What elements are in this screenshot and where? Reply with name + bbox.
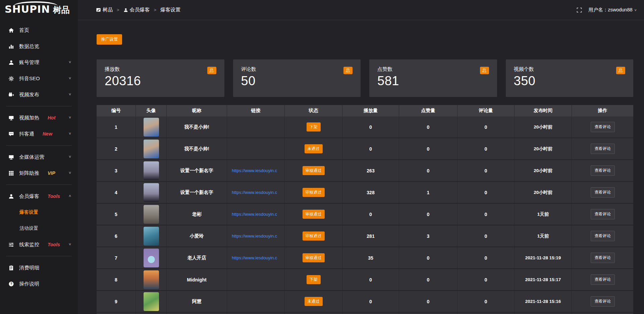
menu-divider [6,185,72,185]
table-row-partial [97,313,633,314]
action-cell: 查看评论 [572,182,633,203]
video-link[interactable]: https://www.iesdouyin.c [227,247,285,268]
fullscreen-icon[interactable] [576,7,582,13]
view-comments-button[interactable]: 查看评论 [591,274,615,285]
status-cell: 未通过 [285,291,342,312]
status-cell: 下架 [285,269,342,290]
video-link[interactable]: https://www.iesdouyin.c [227,182,285,203]
chevron-down-icon: ˅ [69,155,71,159]
view-comments-button[interactable]: 查看评论 [591,253,615,263]
row-id: 6 [97,225,136,247]
view-comments-button[interactable]: 查看评论 [591,209,615,219]
user-icon [8,60,14,65]
breadcrumb-label: 爆客设置 [160,7,180,13]
table-header-cell: 播放量 [342,105,399,116]
view-comments-button[interactable]: 查看评论 [591,231,615,241]
sidebar-item[interactable]: 矩阵助推VIP˅ [0,165,78,181]
sidebar-item[interactable]: 视频加热Hot˅ [0,110,78,126]
avatar-cell [136,182,167,203]
avatar [144,140,159,158]
chat-icon [8,131,14,137]
view-comments-button[interactable]: 查看评论 [591,296,615,307]
avatar-cell [136,204,167,225]
breadcrumb-label: 树品 [103,7,113,13]
view-comments-button[interactable]: 查看评论 [591,165,615,176]
comments-count: 0 [458,247,515,268]
comments-count [458,313,515,314]
avatar [144,118,159,137]
status-cell: 下架 [285,116,342,138]
sidebar-item[interactable]: 账号管理˅ [0,54,78,70]
sidebar-item-label: 视频加热 [19,115,39,121]
status-cell [285,313,342,314]
avatar-cell [136,291,167,312]
breadcrumb-item[interactable]: 树品 [96,7,113,13]
table-header-cell: 编号 [97,105,136,116]
user-menu[interactable]: 用户名：zswodun88 ˅ [588,7,637,13]
plays-count: 0 [342,138,399,159]
menu-badge: Hot [48,115,55,120]
video-link[interactable]: https://www.iesdouyin.c [227,204,285,225]
help-icon: ? [8,281,14,287]
sidebar-item[interactable]: 消费明细 [0,260,78,276]
sidebar-item[interactable]: 抖音SEO˅ [0,70,78,87]
stat-card: 播放数20316总 [97,59,224,97]
breadcrumb-item[interactable]: 爆客设置 [160,7,180,13]
breadcrumb-item[interactable]: 会员爆客 [123,7,150,13]
receipt-icon [8,265,14,271]
logo-arc-icon [13,1,58,6]
comments-count: 0 [458,116,515,138]
person-icon [123,8,128,12]
breadcrumb-separator: > [117,7,119,12]
sidebar-item[interactable]: 抖客通New˅ [0,126,78,142]
sidebar-item[interactable]: 视频发布˅ [0,87,78,103]
status-badge: 下架 [307,122,321,132]
publish-time: 2021-11-28 15:16 [515,291,572,312]
plays-count [342,313,399,314]
status-badge: 未通过 [305,297,323,306]
table-row: 8Midnight下架0002021-11-28 15:17查看评论 [97,269,633,291]
nickname: 设置一个新名字 [167,160,227,181]
status-cell: 审核通过 [285,225,342,247]
table-header-cell: 评论量 [458,105,515,116]
username-label: 用户名：zswodun88 [588,7,632,13]
menu-divider [6,106,72,106]
sidebar-item[interactable]: 会员爆客Tools˄ [0,188,78,204]
row-id: 3 [97,160,136,181]
plays-count: 0 [342,116,399,138]
app-logo[interactable]: SHUPIN 树品 [0,0,78,20]
member-icon [8,194,14,199]
monitor-icon [8,154,14,160]
video-link[interactable]: https://www.iesdouyin.c [227,225,285,247]
publish-time: 2021-11-28 15:19 [515,247,572,268]
sidebar-item[interactable]: 线索监控Tools˅ [0,237,78,253]
avatar [144,227,159,246]
video-link[interactable]: https://www.iesdouyin.c [227,160,285,181]
nickname: 设置一个新名字 [167,182,227,203]
plays-count: 263 [342,160,399,181]
promo-settings-button[interactable]: 推广设置 [97,34,122,45]
plays-count: 0 [342,269,399,290]
grid-icon [8,170,14,176]
row-id [97,313,136,314]
chevron-up-icon: ˄ [69,194,71,199]
sidebar-item-label: 数据总览 [19,43,39,50]
sidebar-subitem-label: 活动设置 [19,225,38,231]
view-comments-button[interactable]: 查看评论 [591,187,615,198]
sidebar-subitem[interactable]: 活动设置 [0,220,78,237]
sidebar-subitem[interactable]: 爆客设置 [0,204,78,220]
sidebar-item[interactable]: 首页 [0,22,78,38]
comments-count: 0 [458,182,515,203]
stat-card-title: 点赞数 [377,66,489,72]
nickname [167,313,227,314]
stat-card-value: 350 [514,74,626,88]
screen-icon [8,115,14,121]
sidebar-item[interactable]: 全媒体运营˅ [0,149,78,165]
view-comments-button[interactable]: 查看评论 [591,144,615,154]
view-comments-button[interactable]: 查看评论 [591,122,615,132]
sidebar-item[interactable]: ?操作说明 [0,276,78,292]
row-id: 1 [97,116,136,138]
sidebar-item[interactable]: 数据总览 [0,38,78,54]
chart-icon [8,44,14,49]
status-cell: 审核通过 [285,160,342,181]
